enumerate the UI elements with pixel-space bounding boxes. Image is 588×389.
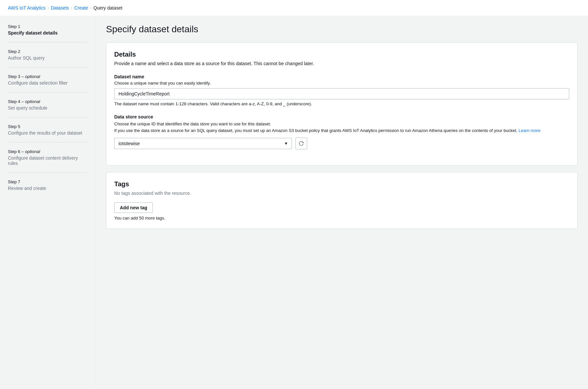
learn-more-link[interactable]: Learn more — [519, 128, 540, 133]
tags-card-title: Tags — [114, 180, 569, 188]
data-store-select-row: iotsitewise ▼ — [114, 138, 569, 149]
main-layout: Step 1 Specify dataset details Step 2 Au… — [0, 16, 588, 389]
tags-empty-message: No tags associated with the resource. — [114, 191, 569, 196]
breadcrumb-iot-analytics[interactable]: AWS IoT Analytics — [8, 5, 45, 11]
step-2-label: Author SQL query — [8, 55, 87, 61]
sidebar-step-7: Step 7 Review and create — [8, 179, 87, 197]
sidebar-step-6: Step 6 – optional Configure dataset cont… — [8, 149, 87, 173]
step-7-number: Step 7 — [8, 179, 87, 184]
dataset-name-input[interactable] — [114, 88, 569, 99]
breadcrumb-sep-3: › — [90, 6, 92, 10]
step-1-number: Step 1 — [8, 24, 87, 29]
main-content: Specify dataset details Details Provide … — [95, 16, 588, 389]
details-card-title: Details — [114, 51, 569, 58]
dataset-name-label: Dataset name — [114, 74, 569, 79]
step-3-label: Configure data selection filter — [8, 80, 87, 86]
step-5-label: Configure the results of your dataset — [8, 130, 87, 136]
data-store-select-wrapper: iotsitewise ▼ — [114, 138, 292, 149]
tags-limit: You can add 50 more tags. — [114, 216, 569, 220]
sidebar-step-1: Step 1 Specify dataset details — [8, 24, 87, 42]
sidebar-step-2: Step 2 Author SQL query — [8, 49, 87, 67]
step-6-number: Step 6 – optional — [8, 149, 87, 154]
breadcrumb-create[interactable]: Create — [74, 5, 88, 11]
step-3-number: Step 3 – optional — [8, 74, 87, 79]
sidebar-step-3: Step 3 – optional Configure data selecti… — [8, 74, 87, 92]
step-6-label: Configure dataset content delivery rules — [8, 155, 87, 166]
details-card-desc: Provide a name and select a data store a… — [114, 61, 569, 66]
step-2-number: Step 2 — [8, 49, 87, 54]
step-7-label: Review and create — [8, 186, 87, 191]
dataset-name-section: Dataset name Choose a unique name that y… — [114, 74, 569, 106]
breadcrumb-datasets[interactable]: Datasets — [51, 5, 69, 11]
tags-card: Tags No tags associated with the resourc… — [106, 172, 577, 229]
step-5-number: Step 5 — [8, 124, 87, 129]
dataset-name-hint: Choose a unique name that you can easily… — [114, 81, 569, 86]
data-store-label: Data store source — [114, 114, 569, 119]
refresh-button[interactable] — [295, 138, 307, 149]
step-4-label: Set query schedule — [8, 105, 87, 111]
breadcrumb-sep-1: › — [47, 6, 49, 10]
breadcrumb-current: Query dataset — [94, 5, 122, 11]
breadcrumb: AWS IoT Analytics › Datasets › Create › … — [0, 0, 588, 16]
add-tag-button[interactable]: Add new tag — [114, 202, 153, 213]
dataset-name-constraint: The dataset name must contain 1-128 char… — [114, 101, 569, 106]
data-store-select[interactable]: iotsitewise — [114, 138, 292, 149]
sidebar-step-4: Step 4 – optional Set query schedule — [8, 99, 87, 117]
details-card: Details Provide a name and select a data… — [106, 42, 577, 166]
data-store-section: Data store source Choose the unique ID t… — [114, 114, 569, 149]
step-1-label: Specify dataset details — [8, 30, 87, 36]
page-title: Specify dataset details — [106, 24, 577, 35]
step-4-number: Step 4 – optional — [8, 99, 87, 104]
data-store-desc: Choose the unique ID that identifies the… — [114, 121, 569, 134]
sidebar-step-5: Step 5 Configure the results of your dat… — [8, 124, 87, 143]
breadcrumb-sep-2: › — [71, 6, 72, 10]
refresh-icon — [299, 141, 304, 146]
sidebar: Step 1 Specify dataset details Step 2 Au… — [0, 16, 95, 389]
